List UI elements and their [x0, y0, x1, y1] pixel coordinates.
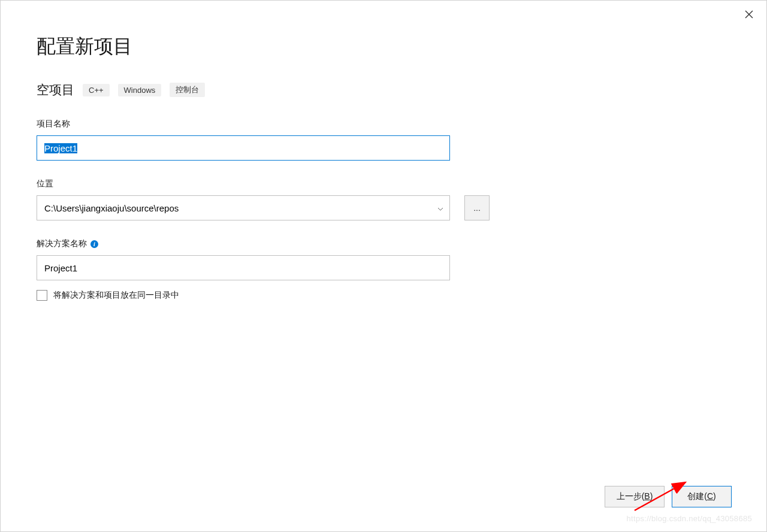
tag-cpp: C++ — [83, 84, 110, 96]
back-button[interactable]: 上一步(B) — [605, 486, 665, 507]
create-button[interactable]: 创建(C) — [672, 486, 732, 507]
same-directory-checkbox[interactable] — [37, 290, 47, 301]
solution-name-label-text: 解决方案名称 — [37, 238, 87, 249]
tag-windows: Windows — [118, 84, 162, 96]
watermark: https://blog.csdn.net/qq_43058685 — [627, 514, 752, 523]
project-name-label: 项目名称 — [37, 119, 730, 129]
page-title: 配置新项目 — [37, 34, 730, 60]
location-label: 位置 — [37, 179, 730, 189]
same-directory-label[interactable]: 将解决方案和项目放在同一目录中 — [53, 290, 179, 301]
solution-name-label: 解决方案名称 i — [37, 238, 730, 249]
close-button[interactable] — [744, 9, 754, 20]
template-name: 空项目 — [37, 81, 74, 98]
project-name-input[interactable] — [37, 135, 450, 161]
tag-console: 控制台 — [170, 83, 205, 97]
browse-button[interactable]: ... — [464, 195, 490, 220]
location-input[interactable] — [37, 195, 450, 220]
solution-name-input[interactable] — [37, 255, 450, 280]
template-info-row: 空项目 C++ Windows 控制台 — [37, 81, 730, 98]
info-icon: i — [90, 240, 98, 248]
close-icon — [745, 10, 753, 19]
